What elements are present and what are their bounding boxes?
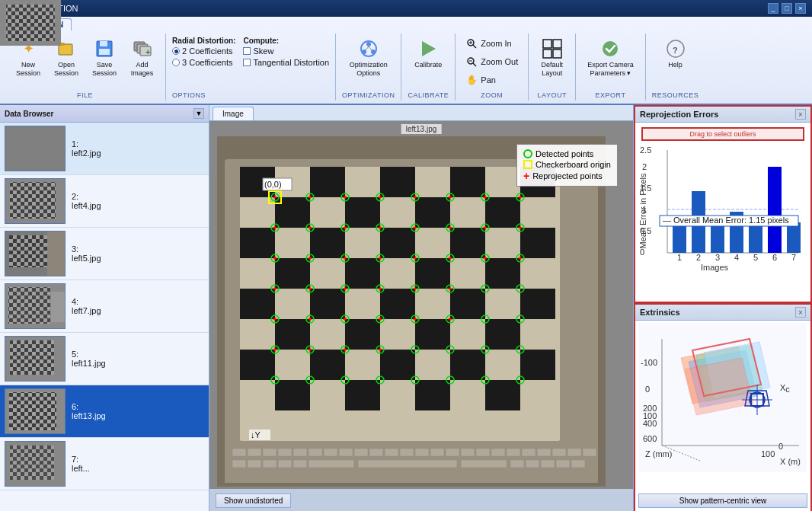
reprojected-points-label: Reprojected points	[532, 171, 603, 180]
svg-rect-112	[415, 350, 450, 380]
maximize-btn[interactable]: □	[782, 3, 792, 14]
export-camera-button[interactable]: Export CameraParameters ▾	[582, 35, 639, 81]
svg-rect-110	[345, 350, 380, 380]
svg-rect-116	[240, 380, 275, 410]
svg-rect-88	[520, 258, 555, 289]
layout-group-label: LAYOUT	[538, 88, 567, 99]
svg-text:6: 6	[772, 253, 777, 262]
radio-3coeff-circle	[172, 59, 180, 66]
check-skew[interactable]: Skew	[243, 46, 329, 56]
radio-2coeff[interactable]: 2 Coefficients	[172, 46, 235, 56]
svg-rect-23	[543, 40, 551, 48]
zoom-in-button[interactable]: Zoom In	[462, 35, 515, 52]
svg-rect-85	[415, 258, 450, 289]
minimize-btn[interactable]: _	[768, 3, 778, 14]
sidebar-collapse-btn[interactable]: ▼	[193, 108, 204, 119]
thumb-7	[5, 441, 66, 487]
help-button[interactable]: ? Help	[658, 35, 692, 72]
svg-rect-64	[310, 197, 345, 228]
sidebar-item-1[interactable]: 1: left2.jpg	[0, 123, 209, 175]
radial-distortion-label: Radial Distortion:	[172, 37, 235, 45]
svg-text:200: 200	[643, 404, 657, 413]
title-bar-controls: _ □ ×	[768, 3, 806, 14]
optimization-options-icon	[358, 38, 379, 59]
tangential-checkbox	[243, 59, 251, 66]
extrinsics-content: -100 0 100 600 400 200 Z (mm)	[635, 321, 810, 490]
new-session-label: NewSession	[16, 61, 40, 78]
svg-rect-40	[47, 232, 66, 276]
svg-rect-89	[240, 289, 275, 319]
legend-detected: Detected points	[523, 149, 611, 158]
save-session-button[interactable]: SaveSession	[87, 35, 122, 81]
svg-text:+: +	[145, 47, 150, 56]
radio-3coeff[interactable]: 3 Coefficients	[172, 58, 235, 67]
svg-rect-114	[485, 350, 520, 380]
item-4-filename: left7.jpg	[72, 306, 101, 315]
sidebar-item-2[interactable]: 2: left4.jpg	[0, 175, 209, 228]
show-pattern-centric-button[interactable]: Show pattern-centric view	[638, 493, 807, 508]
reprojection-errors-panel: Reprojection Errors × Drag to select out…	[634, 105, 812, 303]
calibrate-button[interactable]: Calibrate	[409, 35, 447, 72]
sidebar-item-7[interactable]: 7: left...	[0, 438, 209, 490]
extrinsics-close[interactable]: ×	[795, 307, 806, 318]
reprojection-errors-close[interactable]: ×	[795, 109, 806, 120]
svg-rect-109	[310, 350, 345, 380]
svg-text:X (m): X (m)	[780, 457, 801, 466]
svg-rect-108	[275, 350, 310, 380]
show-undistorted-button[interactable]: Show undistorted	[216, 493, 291, 508]
ribbon-group-export: Export CameraParameters ▾ EXPORT	[576, 34, 646, 101]
svg-text:3: 3	[715, 253, 720, 262]
pan-button[interactable]: ✋ Pan	[462, 72, 500, 88]
sidebar-item-5[interactable]: 5: left11.jpg	[0, 333, 209, 385]
optimization-options-button[interactable]: OptimizationOptions	[344, 35, 393, 81]
svg-rect-87	[485, 258, 520, 289]
add-images-button[interactable]: + AddImages	[125, 35, 159, 81]
image-view: left13.jpg	[209, 121, 633, 489]
svg-rect-91	[310, 289, 345, 319]
svg-rect-81	[275, 258, 310, 289]
svg-rect-268	[278, 449, 292, 456]
zoom-content: Zoom In Zoom Out ✋ Pan	[462, 35, 522, 88]
svg-rect-78	[485, 228, 520, 258]
ribbon: CALIBRATION ✦ NewSession OpenSession	[0, 17, 812, 105]
add-images-icon: +	[132, 38, 153, 59]
sidebar-item-3[interactable]: 3: left5.jpg	[0, 228, 209, 280]
radio-2coeff-label: 2 Coefficients	[182, 46, 232, 56]
svg-text:100: 100	[761, 449, 775, 458]
svg-text:?: ?	[673, 46, 678, 55]
checkerboard-origin-icon	[523, 160, 532, 169]
svg-rect-283	[507, 449, 520, 456]
svg-rect-83	[345, 258, 380, 289]
svg-rect-60	[485, 167, 520, 197]
default-layout-button[interactable]: DefaultLayout	[535, 35, 569, 81]
svg-rect-67	[415, 197, 450, 228]
svg-rect-55	[310, 167, 345, 197]
svg-text:400: 400	[643, 419, 657, 428]
zoom-in-icon	[465, 37, 478, 50]
sidebar-item-6[interactable]: 6: left13.jpg	[0, 385, 209, 438]
tab-image[interactable]: Image	[213, 107, 254, 120]
legend-box: Detected points Checkerboard origin + Re…	[516, 144, 618, 187]
sidebar-item-4[interactable]: 4: left7.jpg	[0, 280, 209, 333]
item-5-number: 5:	[72, 350, 106, 359]
item-6-filename: left13.jpg	[72, 411, 106, 420]
svg-rect-90	[275, 289, 310, 319]
thumb-4	[5, 283, 66, 329]
close-btn[interactable]: ×	[795, 3, 806, 14]
check-tangential[interactable]: Tangential Distortion	[243, 58, 329, 67]
svg-rect-294	[308, 460, 354, 468]
svg-rect-71	[240, 228, 275, 258]
svg-rect-292	[278, 460, 292, 468]
svg-rect-124	[520, 380, 555, 410]
svg-rect-100	[310, 319, 345, 350]
item-2-filename: left4.jpg	[72, 201, 101, 210]
zoom-out-button[interactable]: Zoom Out	[462, 53, 522, 70]
svg-rect-86	[450, 258, 485, 289]
svg-rect-0	[59, 44, 72, 55]
svg-rect-278	[430, 449, 444, 456]
svg-rect-24	[553, 40, 561, 48]
drag-select-outliers: Drag to select outliers	[641, 127, 804, 141]
item-3-filename: left5.jpg	[72, 254, 101, 263]
ribbon-group-optimization: OptimizationOptions OPTIMIZATION	[336, 34, 401, 101]
svg-rect-92	[345, 289, 380, 319]
